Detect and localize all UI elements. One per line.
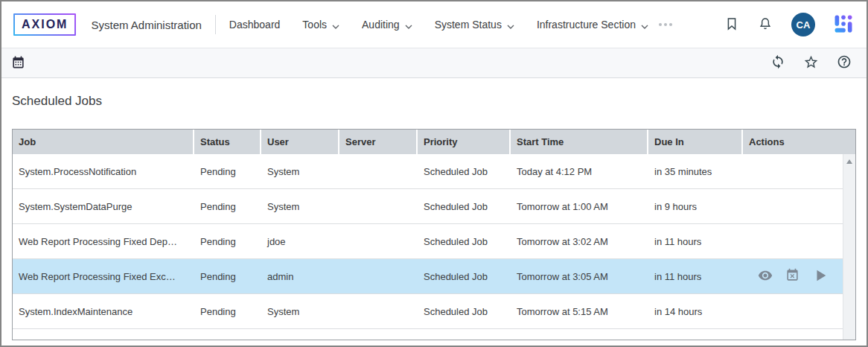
menu-label: Infrastructure Section [537,19,636,31]
bell-icon [758,16,773,34]
cell-due-in: in 11 hours [648,236,743,247]
cell-start-time: Tomorrow at 1:00 AM [511,201,648,212]
app-launcher-button[interactable] [834,14,853,36]
column-header-start-time[interactable]: Start Time [511,130,648,154]
user-avatar[interactable]: CA [791,13,815,36]
cell-job: System.SystemDataPurge [13,201,194,212]
bookmark-button[interactable] [724,16,739,34]
chevron-down-icon [507,19,514,31]
table-row-selected[interactable]: Web Report Processing Fixed Exc… Pending… [13,259,843,294]
cell-priority: Scheduled Job [418,166,511,177]
table-row[interactable]: System.SystemDataPurge Pending System Sc… [13,189,843,224]
calendar-x-icon [785,268,800,284]
menu-label: Auditing [362,19,400,31]
cell-user: jdoe [261,236,339,247]
toolbar-right-actions [770,54,852,72]
column-header-user[interactable]: User [261,130,339,154]
cell-start-time: Today at 4:12 PM [511,166,648,177]
view-job-button[interactable] [758,268,773,285]
refresh-icon [770,54,785,71]
cell-status: Pending [194,236,261,247]
cell-due-in: in 14 hours [648,306,743,317]
notifications-button[interactable] [758,16,773,34]
menu-label: Tools [302,19,327,31]
eye-icon [758,268,773,285]
page-title: Scheduled Jobs [12,94,856,109]
star-icon [803,54,819,72]
table-row[interactable]: Web Report Processing Fixed Dep… Pending… [13,224,843,259]
column-header-job[interactable]: Job [13,130,194,154]
table-row[interactable]: System.IndexMaintenance Pending System S… [13,294,843,329]
table-scrollbar[interactable] [843,154,855,340]
cell-status: Pending [194,306,261,317]
cell-priority: Scheduled Job [418,236,511,247]
cell-job: System.ProcessNotification [13,166,194,177]
cell-start-time: Tomorrow at 3:02 AM [511,236,648,247]
cell-user: System [261,201,339,212]
cell-due-in: in 11 hours [648,271,743,282]
play-icon [812,267,829,286]
axiom-logo-text: AXIOM [22,18,68,31]
cell-priority: Scheduled Job [418,271,511,282]
cell-start-time: Tomorrow at 5:15 AM [511,306,648,317]
cell-job: Web Report Processing Fixed Dep… [13,236,194,247]
more-menu-icon[interactable] [659,23,672,26]
menu-item-tools[interactable]: Tools [302,18,339,31]
refresh-button[interactable] [770,54,785,71]
column-header-status[interactable]: Status [194,130,261,154]
cell-status: Pending [194,166,261,177]
favorite-button[interactable] [803,54,819,72]
cell-status: Pending [194,201,261,212]
menu-label: Dashboard [229,19,281,31]
cell-start-time: Tomorrow at 3:05 AM [511,271,648,282]
menu-label: System Status [435,19,502,31]
scheduled-jobs-table: Job Status User Server Priority Start Ti… [12,129,856,340]
menu-item-auditing[interactable]: Auditing [362,18,412,31]
chevron-down-icon [641,19,648,31]
cell-status: Pending [194,271,261,282]
column-header-due-in[interactable]: Due In [648,130,743,154]
cell-due-in: in 35 minutes [648,166,743,177]
main-menu: Dashboard Tools Auditing System Status I… [229,18,648,31]
scroll-up-icon[interactable] [846,159,852,164]
top-navbar: AXIOM System Administration Dashboard To… [1,1,867,48]
table-header-row: Job Status User Server Priority Start Ti… [13,130,855,154]
table-row[interactable]: System.ProcessNotification Pending Syste… [13,154,843,189]
calendar-icon [11,55,25,71]
cell-actions [743,267,843,286]
column-header-server[interactable]: Server [339,130,418,154]
cell-user: System [261,166,339,177]
cell-due-in: in 9 hours [648,201,743,212]
menu-item-system-status[interactable]: System Status [435,18,514,31]
cell-user: admin [261,271,339,282]
cell-job: System.IndexMaintenance [13,306,194,317]
cell-priority: Scheduled Job [418,306,511,317]
run-job-button[interactable] [812,267,829,286]
cell-user: System [261,306,339,317]
bookmark-icon [724,16,739,34]
app-title: System Administration [91,19,201,31]
axiom-logo[interactable]: AXIOM [13,13,76,36]
chevron-down-icon [405,19,412,31]
calendar-button[interactable] [11,55,25,71]
menu-item-dashboard[interactable]: Dashboard [229,19,281,31]
column-header-priority[interactable]: Priority [418,130,511,154]
cancel-schedule-button[interactable] [785,268,800,284]
menu-item-infrastructure-section[interactable]: Infrastructure Section [537,18,648,31]
table-body: System.ProcessNotification Pending Syste… [13,154,843,329]
help-icon [837,54,852,71]
app-window: AXIOM System Administration Dashboard To… [0,0,868,347]
cell-priority: Scheduled Job [418,201,511,212]
column-header-actions[interactable]: Actions [743,130,855,154]
chevron-down-icon [332,19,339,31]
page-content: Scheduled Jobs Job Status User Server Pr… [1,78,867,340]
nav-divider [215,15,216,34]
app-launcher-icon [834,14,853,36]
navbar-right-actions: CA [724,13,853,36]
help-button[interactable] [837,54,852,71]
page-toolbar [1,48,867,78]
cell-job: Web Report Processing Fixed Exc… [13,271,194,282]
